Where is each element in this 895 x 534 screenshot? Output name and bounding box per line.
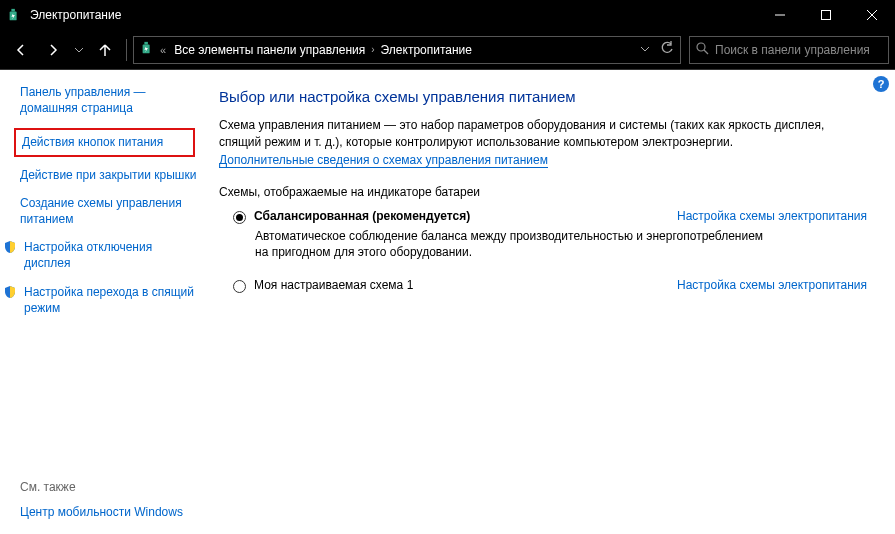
up-button[interactable] — [90, 35, 120, 65]
plans-section-title: Схемы, отображаемые на индикаторе батаре… — [219, 185, 867, 199]
breadcrumb[interactable]: « Все элементы панели управления › Элект… — [133, 36, 681, 64]
breadcrumb-overflow[interactable]: « — [160, 44, 166, 56]
page-title: Выбор или настройка схемы управления пит… — [219, 88, 867, 105]
plan-custom-label[interactable]: Моя настраиваемая схема 1 — [254, 278, 413, 292]
close-button[interactable] — [849, 0, 895, 30]
plan-custom-radio[interactable] — [233, 280, 246, 293]
minimize-button[interactable] — [757, 0, 803, 30]
back-button[interactable] — [6, 35, 36, 65]
more-info-link[interactable]: Дополнительные сведения о схемах управле… — [219, 153, 548, 168]
display-off-settings-link[interactable]: Настройка отключения дисплея — [2, 239, 197, 271]
chevron-right-icon: › — [371, 44, 374, 55]
refresh-icon[interactable] — [660, 41, 674, 58]
svg-point-8 — [697, 43, 705, 51]
sleep-settings-link[interactable]: Настройка перехода в спящий режим — [2, 284, 197, 316]
svg-line-9 — [704, 50, 708, 54]
svg-rect-1 — [11, 9, 15, 12]
search-icon — [696, 42, 709, 58]
mobility-center-link[interactable]: Центр мобильности Windows — [20, 504, 197, 520]
search-box[interactable] — [689, 36, 889, 64]
forward-button[interactable] — [38, 35, 68, 65]
power-options-icon — [140, 41, 154, 58]
shield-icon — [2, 284, 18, 300]
power-buttons-action-link[interactable]: Действия кнопок питания — [14, 128, 195, 156]
recent-dropdown[interactable] — [70, 35, 88, 65]
lid-close-action-link[interactable]: Действие при закрытии крышки — [20, 167, 197, 183]
window-title: Электропитание — [30, 8, 757, 22]
create-power-plan-link[interactable]: Создание схемы управления питанием — [20, 195, 197, 227]
plan-balanced-description: Автоматическое соблюдение баланса между … — [255, 228, 775, 260]
plan-balanced-settings-link[interactable]: Настройка схемы электропитания — [677, 209, 867, 223]
plan-balanced-label[interactable]: Сбалансированная (рекомендуется) — [254, 209, 470, 223]
control-panel-home-link[interactable]: Панель управления — домашняя страница — [20, 84, 197, 116]
power-options-icon — [6, 7, 22, 23]
page-description: Схема управления питанием — это набор па… — [219, 117, 867, 151]
svg-rect-7 — [144, 42, 148, 45]
see-also-label: См. также — [20, 480, 197, 494]
plan-balanced-radio[interactable] — [233, 211, 246, 224]
maximize-button[interactable] — [803, 0, 849, 30]
breadcrumb-item[interactable]: Электропитание — [381, 43, 472, 57]
breadcrumb-item[interactable]: Все элементы панели управления — [174, 43, 365, 57]
chevron-down-icon[interactable] — [640, 43, 650, 57]
help-icon[interactable]: ? — [873, 76, 889, 92]
search-input[interactable] — [715, 43, 882, 57]
shield-icon — [2, 239, 18, 255]
svg-rect-3 — [822, 11, 831, 20]
plan-custom-settings-link[interactable]: Настройка схемы электропитания — [677, 278, 867, 292]
